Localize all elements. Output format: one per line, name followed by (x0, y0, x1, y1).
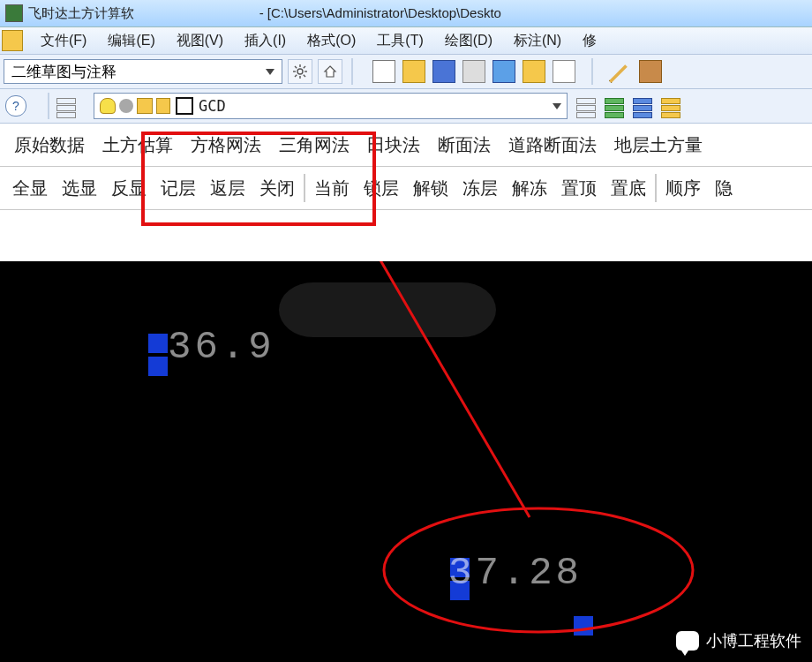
layer-thaw-icon (137, 98, 153, 114)
op-thaw[interactable]: 解冻 (505, 177, 554, 200)
layer-color-swatch (176, 97, 193, 115)
method-estimate[interactable]: 土方估算 (94, 133, 182, 157)
method-road-section[interactable]: 道路断面法 (500, 133, 605, 157)
layer-combo[interactable]: GCD (94, 93, 568, 119)
op-remember[interactable]: 记层 (154, 177, 203, 200)
toolbar-separator (304, 174, 305, 202)
titlebar: 飞时达土方计算软 - [C:\Users\Administrator\Deskt… (0, 0, 812, 27)
new-icon[interactable] (372, 60, 395, 83)
method-raw-data[interactable]: 原始数据 (5, 133, 94, 157)
op-hide[interactable]: 隐 (708, 177, 740, 200)
print-icon[interactable] (462, 60, 485, 83)
paste-icon[interactable] (523, 60, 545, 83)
menu-file[interactable]: 文件(F) (30, 32, 97, 50)
method-grid[interactable]: 方格网法 (182, 133, 270, 157)
toolbar-separator (48, 93, 49, 119)
chevron-down-icon (553, 103, 561, 109)
op-current[interactable]: 当前 (307, 177, 357, 200)
elevation-marker (574, 616, 593, 636)
settings-gear-icon[interactable] (288, 59, 312, 84)
brush-icon[interactable] (639, 60, 662, 83)
layers-stack-icon[interactable] (56, 98, 76, 114)
toolbar-separator (655, 174, 657, 202)
method-field[interactable]: 田块法 (358, 133, 429, 157)
op-front[interactable]: 置顶 (554, 177, 604, 200)
layer-name: GCD (199, 97, 226, 115)
standard-toolbar (372, 58, 662, 85)
copy-icon[interactable] (492, 60, 515, 83)
menu-tools[interactable]: 工具(T) (366, 32, 433, 50)
drawing-canvas[interactable]: 36.9 37.28 小博工程软件 (0, 261, 812, 662)
op-order[interactable]: 顺序 (658, 177, 708, 200)
open-icon[interactable] (402, 60, 425, 83)
menu-edit[interactable]: 编辑(E) (97, 32, 165, 50)
svg-line-6 (304, 75, 305, 77)
toolbar-methods: 原始数据 土方估算 方格网法 三角网法 田块法 断面法 道路断面法 地层土方量 (0, 124, 812, 167)
app-title: 飞时达土方计算软 - [C:\Users\Administrator\Deskt… (28, 5, 501, 22)
pencil-icon[interactable] (609, 60, 632, 83)
chevron-down-icon (266, 69, 274, 75)
menu-view[interactable]: 视图(V) (166, 32, 234, 50)
menu-format[interactable]: 格式(O) (297, 32, 366, 50)
workspace-combo-label: 二维草图与注释 (11, 62, 117, 82)
watermark: 小博工程软件 (676, 630, 801, 651)
op-close[interactable]: 关闭 (252, 177, 302, 200)
elevation-marker (148, 334, 168, 353)
layer-manager-icon[interactable] (633, 98, 652, 114)
method-triangle[interactable]: 三角网法 (270, 133, 358, 157)
svg-point-0 (297, 69, 303, 74)
layer-filter-icon[interactable] (605, 98, 624, 114)
svg-line-8 (304, 66, 305, 68)
toolbar-separator (351, 58, 353, 85)
elevation-marker (148, 357, 168, 376)
svg-marker-9 (325, 66, 335, 77)
op-show-all[interactable]: 全显 (5, 177, 55, 200)
cut-icon[interactable] (553, 60, 575, 83)
method-stratum[interactable]: 地层土方量 (605, 133, 711, 157)
menu-insert[interactable]: 插入(I) (234, 32, 297, 50)
layer-freeze-icon (119, 99, 133, 113)
svg-line-5 (295, 66, 297, 68)
svg-line-7 (295, 75, 297, 77)
home-icon[interactable] (318, 59, 342, 84)
op-unlock[interactable]: 解锁 (406, 177, 455, 200)
op-freeze[interactable]: 冻层 (455, 177, 505, 200)
op-lock[interactable]: 锁层 (357, 177, 406, 200)
layer-states-icon[interactable] (576, 98, 596, 114)
menu-draw[interactable]: 绘图(D) (434, 32, 503, 50)
toolbar-separator (591, 58, 593, 85)
elevation-value: 36.9 (168, 325, 275, 369)
wechat-icon (676, 631, 699, 651)
save-icon[interactable] (432, 60, 455, 83)
layer-lock-icon (156, 98, 170, 114)
document-icon[interactable] (2, 30, 23, 51)
watermark-text: 小博工程软件 (706, 630, 801, 651)
menubar: 文件(F) 编辑(E) 视图(V) 插入(I) 格式(O) 工具(T) 绘图(D… (0, 27, 812, 55)
layer-isolate-icon[interactable] (661, 98, 680, 114)
op-restore[interactable]: 返层 (203, 177, 252, 200)
workspace-combo[interactable]: 二维草图与注释 (4, 59, 282, 84)
toolbar-workspace: 二维草图与注释 (0, 55, 812, 89)
toolbar-layers: ? GCD (0, 89, 812, 124)
app-icon (5, 4, 23, 22)
redaction-blob (279, 282, 496, 337)
op-back[interactable]: 置底 (604, 177, 653, 200)
help-icon[interactable]: ? (5, 95, 26, 117)
method-section[interactable]: 断面法 (429, 133, 500, 157)
menu-annotate[interactable]: 标注(N) (503, 32, 572, 50)
menu-modify[interactable]: 修 (572, 32, 607, 50)
op-show-sel[interactable]: 选显 (55, 177, 104, 200)
op-invert[interactable]: 反显 (104, 177, 154, 200)
toolbar-layer-ops: 全显 选显 反显 记层 返层 关闭 当前 锁层 解锁 冻层 解冻 置顶 置底 顺… (0, 167, 812, 210)
elevation-value: 37.28 (448, 551, 583, 595)
layer-on-icon (100, 98, 116, 114)
